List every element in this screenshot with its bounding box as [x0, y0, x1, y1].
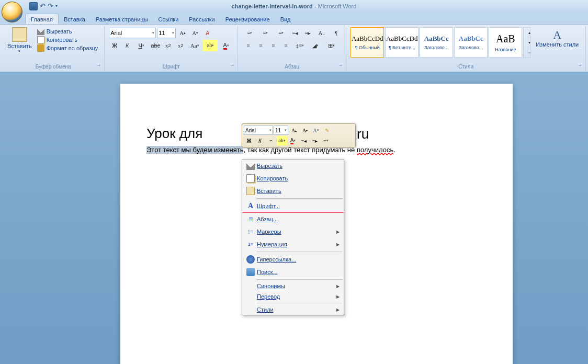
tab-layout[interactable]: Разметка страницы	[91, 14, 153, 24]
cm-font[interactable]: AШрифт...	[242, 200, 344, 212]
tab-mailings[interactable]: Рассылки	[184, 14, 220, 24]
align-right-button[interactable]: ≡	[267, 40, 279, 51]
search-icon	[246, 268, 255, 276]
group-font: Arial▾ 11▾ A▴ A▾ A̷ Ж К Ч ▾ abc x2 x2 Aa…	[105, 26, 238, 71]
show-marks-button[interactable]: ¶	[330, 27, 342, 39]
change-styles-icon: A	[553, 28, 561, 42]
grow-font-button[interactable]: A▴	[177, 27, 188, 39]
numbering-icon: 1≡	[246, 240, 255, 248]
superscript-button[interactable]: x2	[175, 40, 186, 51]
mini-grow-font[interactable]: A▴	[289, 126, 299, 135]
tab-home[interactable]: Главная	[25, 14, 59, 24]
cm-separator	[257, 303, 343, 303]
style-heading2[interactable]: AaBbCcЗаголово...	[454, 27, 488, 58]
ribbon-tabs: Главная Вставка Разметка страницы Ссылки…	[0, 12, 588, 24]
change-case-button[interactable]: Aa ▾	[187, 40, 202, 51]
cm-separator	[257, 279, 343, 280]
font-size-select[interactable]: 11▾	[157, 28, 176, 38]
cm-hyperlink[interactable]: Гиперссылка...	[242, 253, 344, 266]
cm-numbering[interactable]: 1≡Нумерация▶	[242, 238, 344, 251]
mini-italic[interactable]: К	[255, 136, 265, 145]
mini-styles[interactable]: A▾	[311, 126, 321, 135]
align-center-button[interactable]: ≡	[255, 40, 266, 51]
cm-paragraph[interactable]: ≣Абзац...	[242, 213, 344, 225]
bold-button[interactable]: Ж	[109, 40, 120, 51]
group-paragraph: ≡ ▾ ≡ ▾ ≡ ▾ ≡◂ ≡▸ A↓ ¶ ≡ ≡ ≡ ≡ ‡≡ ▾ ◢ ▾ …	[238, 26, 346, 71]
cm-synonyms[interactable]: Синонимы▶	[242, 281, 344, 291]
bullets-button[interactable]: ≡ ▾	[242, 27, 257, 39]
mini-dec-indent[interactable]: ≡◂	[299, 136, 309, 145]
mini-bullets[interactable]: ≡▾	[321, 136, 331, 145]
tab-references[interactable]: Ссылки	[153, 14, 184, 24]
group-label-font: Шрифт	[108, 63, 234, 71]
underline-button[interactable]: Ч ▾	[134, 40, 149, 51]
justify-button[interactable]: ≡	[280, 40, 291, 51]
borders-button[interactable]: ⊞ ▾	[324, 40, 338, 51]
tab-review[interactable]: Рецензирование	[220, 14, 275, 24]
font-name-select[interactable]: Arial▾	[109, 28, 156, 38]
mini-shrink-font[interactable]: A▾	[300, 126, 310, 135]
align-left-button[interactable]: ≡	[242, 40, 254, 51]
paste-button[interactable]: Вставить ▾	[5, 26, 34, 54]
mini-font-select[interactable]: Arial▾	[244, 126, 273, 135]
qat-dropdown-icon[interactable]: ▾	[55, 4, 58, 8]
copy-icon	[37, 36, 44, 43]
style-title[interactable]: AaBНазвание	[489, 27, 522, 58]
mini-bold[interactable]: Ж	[244, 136, 254, 145]
cut-icon	[246, 162, 255, 170]
quick-access-toolbar: ↶ ↷ ▾	[25, 2, 62, 10]
strike-button[interactable]: abc	[150, 40, 161, 51]
change-styles-button[interactable]: A Изменить стили	[534, 27, 581, 58]
heading-suffix: ru	[357, 126, 369, 142]
highlight-button[interactable]: ab ▾	[203, 40, 218, 51]
cm-cut[interactable]: Вырезать	[242, 160, 344, 172]
submenu-arrow-icon: ▶	[336, 230, 340, 234]
selected-text: Этот текст мы будем изменять	[146, 146, 243, 154]
redo-icon[interactable]: ↷	[48, 2, 53, 10]
mini-format-painter[interactable]: ✎	[322, 126, 332, 135]
format-painter-button[interactable]: Формат по образцу	[36, 44, 99, 52]
submenu-arrow-icon: ▶	[336, 294, 340, 299]
sort-button[interactable]: A↓	[314, 27, 329, 39]
style-no-spacing[interactable]: AaBbCcDd¶ Без инте...	[385, 27, 419, 58]
cm-styles[interactable]: Стили▶	[242, 304, 344, 315]
window-title: change-letter-interval-in-word - Microso…	[232, 3, 357, 9]
font-color-button[interactable]: A ▾	[219, 40, 233, 51]
clear-format-button[interactable]: A̷	[202, 27, 213, 39]
copy-button[interactable]: Копировать	[36, 36, 99, 44]
cm-copy[interactable]: Копировать	[242, 172, 344, 185]
multilevel-button[interactable]: ≡ ▾	[274, 27, 288, 39]
paragraph-icon: ≣	[246, 215, 255, 223]
mini-inc-indent[interactable]: ≡▸	[310, 136, 320, 145]
mini-highlight[interactable]: ab▾	[277, 136, 287, 145]
line-spacing-button[interactable]: ‡≡ ▾	[292, 40, 307, 51]
shading-button[interactable]: ◢ ▾	[308, 40, 323, 51]
style-normal[interactable]: AaBbCcDd¶ Обычный	[350, 27, 384, 58]
numbering-button[interactable]: ≡ ▾	[258, 27, 273, 39]
mini-center[interactable]: ≡	[266, 136, 276, 145]
dec-indent-button[interactable]: ≡◂	[289, 27, 301, 39]
cut-button[interactable]: Вырезать	[36, 27, 99, 36]
cm-search[interactable]: Поиск...	[242, 266, 344, 278]
tab-insert[interactable]: Вставка	[59, 14, 91, 24]
shrink-font-button[interactable]: A▾	[189, 27, 201, 39]
group-label-styles: Стили	[349, 63, 582, 71]
style-heading1[interactable]: AaBbCcЗаголово...	[420, 27, 453, 58]
italic-button[interactable]: К	[121, 40, 133, 51]
paste-icon	[246, 187, 255, 195]
inc-indent-button[interactable]: ≡▸	[302, 27, 313, 39]
undo-icon[interactable]: ↶	[40, 2, 46, 10]
office-button[interactable]	[2, 2, 22, 22]
cm-translate[interactable]: Перевод▶	[242, 291, 344, 302]
cut-icon	[37, 28, 44, 35]
subscript-button[interactable]: x2	[162, 40, 174, 51]
save-icon[interactable]	[29, 2, 38, 10]
cm-paste[interactable]: Вставить	[242, 185, 344, 197]
cm-bullets[interactable]: ⁝≡Маркеры▶	[242, 225, 344, 238]
mini-size-select[interactable]: 11▾	[274, 126, 288, 135]
tab-view[interactable]: Вид	[275, 14, 296, 24]
mini-font-color[interactable]: A▾	[288, 136, 298, 145]
title-bar: ↶ ↷ ▾ change-letter-interval-in-word - M…	[0, 0, 588, 12]
ribbon: Вставить ▾ Вырезать Копировать Формат по…	[0, 24, 588, 72]
submenu-arrow-icon: ▶	[336, 308, 340, 312]
